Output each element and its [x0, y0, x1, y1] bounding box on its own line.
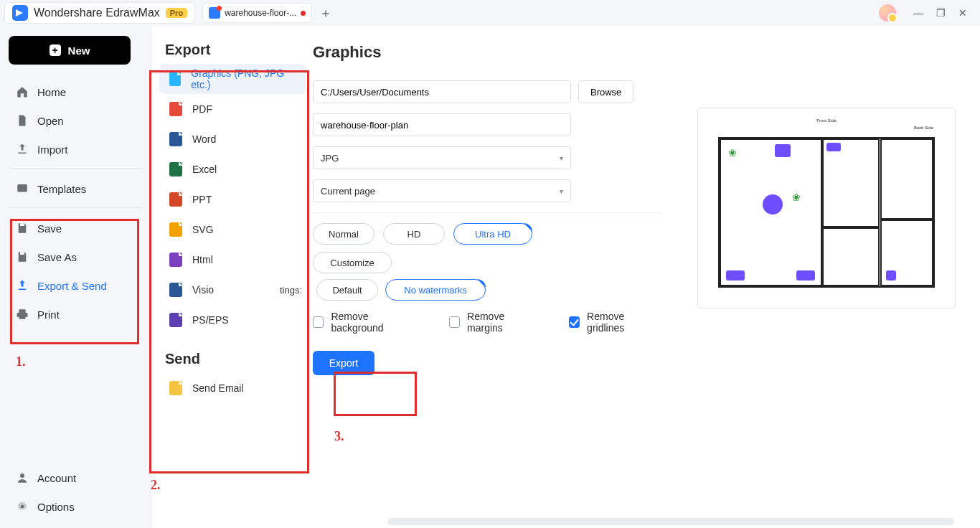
account-icon [16, 471, 29, 484]
watermark-default[interactable]: Default [316, 279, 378, 301]
import-icon [16, 143, 29, 156]
format-label: Excel [192, 164, 217, 175]
format-item-word[interactable]: Word [159, 124, 306, 154]
export-path-input[interactable] [313, 80, 571, 103]
gear-icon [16, 500, 29, 513]
callout-1: 1. [16, 354, 26, 369]
sidebar-item-export-send[interactable]: Export & Send [9, 271, 143, 300]
format-label: SVG [192, 224, 214, 235]
sidebar-item-save-as[interactable]: Save As [9, 242, 143, 271]
callout-3: 3. [334, 429, 344, 444]
svg-rect-13 [20, 223, 24, 226]
chevron-down-icon: ▾ [560, 187, 563, 195]
chevron-down-icon: ▾ [560, 154, 563, 162]
sidebar-item-import[interactable]: Import [9, 135, 143, 164]
sidebar-item-label: Import [37, 143, 68, 156]
file-type-icon [169, 162, 182, 176]
primary-sidebar: + New Home Open Import Templates Save Sa… [0, 26, 152, 528]
minimize-button[interactable]: — [913, 7, 923, 19]
file-icon [16, 114, 29, 127]
format-label: PS/EPS [192, 314, 229, 326]
preview-label: Back Side [914, 126, 933, 130]
export-button[interactable]: Export [313, 351, 374, 375]
remove-background-checkbox[interactable]: Remove background [313, 311, 420, 334]
file-type-icon [169, 132, 182, 146]
save-as-icon [16, 250, 29, 263]
filetype-select[interactable]: JPG ▾ [313, 146, 571, 169]
format-item-ppt[interactable]: PPT [159, 184, 306, 214]
send-item-email[interactable]: Send Email [159, 373, 306, 403]
customize-button[interactable]: Customize [313, 252, 392, 273]
sidebar-item-label: Print [37, 308, 60, 321]
scope-select[interactable]: Current page ▾ [313, 179, 571, 202]
quality-ultra-hd[interactable]: Ultra HD [453, 223, 532, 245]
watermark-none[interactable]: No watermarks [385, 279, 486, 301]
sidebar-item-print[interactable]: Print [9, 300, 143, 329]
file-type-icon [169, 102, 182, 116]
sidebar-item-label: Save [37, 222, 62, 235]
format-label: Word [192, 133, 216, 145]
close-button[interactable]: ✕ [958, 7, 967, 19]
sidebar-item-options[interactable]: Options [9, 492, 143, 521]
checkbox-row: Remove background Remove margins Remove … [313, 311, 661, 334]
export-format-panel: Export Graphics (PNG, JPG etc.)PDFWordEx… [152, 26, 313, 528]
divider [313, 212, 661, 213]
format-label: Graphics (PNG, JPG etc.) [191, 67, 296, 90]
new-tab-button[interactable]: ＋ [319, 4, 332, 22]
callout-2: 2. [151, 478, 161, 493]
preview-pane: ❀ ❀ Front Side Back Side [679, 26, 980, 528]
format-item-pseps[interactable]: PS/EPS [159, 305, 306, 335]
sidebar-item-open[interactable]: Open [9, 106, 143, 135]
send-label: Send Email [192, 382, 244, 394]
preview-label: Front Side [816, 118, 837, 123]
sidebar-item-templates[interactable]: Templates [9, 174, 143, 203]
checkbox-icon [449, 316, 460, 328]
floor-plan-graphic: ❀ ❀ [718, 137, 935, 288]
sidebar-item-label: Home [37, 86, 66, 98]
remove-margins-checkbox[interactable]: Remove margins [449, 311, 540, 334]
new-button-label: New [68, 44, 90, 57]
app-logo-icon [12, 5, 28, 21]
print-icon [16, 308, 29, 321]
format-item-svg[interactable]: SVG [159, 214, 306, 245]
export-icon [16, 279, 29, 292]
format-item-excel[interactable]: Excel [159, 154, 306, 184]
svg-rect-12 [17, 184, 27, 192]
quality-normal[interactable]: Normal [313, 223, 374, 245]
home-icon [16, 85, 29, 98]
new-button[interactable]: + New [9, 36, 131, 65]
app-brand-tab[interactable]: Wondershare EdrawMax Pro [4, 2, 195, 24]
plus-icon: + [50, 44, 61, 56]
format-label: Html [192, 254, 213, 265]
preview-thumbnail: ❀ ❀ Front Side Back Side [697, 108, 956, 308]
send-heading: Send [165, 351, 300, 367]
divider [10, 207, 142, 208]
sidebar-item-account[interactable]: Account [9, 463, 143, 492]
format-label: PPT [192, 194, 212, 205]
user-avatar-icon[interactable] [879, 4, 896, 22]
format-item-pdf[interactable]: PDF [159, 94, 306, 124]
maximize-button[interactable]: ❐ [936, 7, 946, 19]
horizontal-scrollbar[interactable] [387, 518, 954, 525]
document-tab[interactable]: warehouse-floor-... [202, 3, 312, 23]
format-item-graphics[interactable]: Graphics (PNG, JPG etc.) [159, 64, 306, 94]
quality-hd[interactable]: HD [383, 223, 445, 245]
title-bar: Wondershare EdrawMax Pro warehouse-floor… [0, 0, 980, 26]
filename-input[interactable] [313, 113, 571, 136]
file-type-icon [169, 283, 182, 297]
file-type-icon [169, 72, 181, 86]
sidebar-item-home[interactable]: Home [9, 77, 143, 106]
sidebar-item-label: Export & Send [37, 280, 107, 292]
sidebar-item-save[interactable]: Save [9, 214, 143, 242]
templates-icon [16, 182, 29, 195]
document-icon [209, 7, 220, 19]
divider [10, 168, 142, 169]
svg-point-15 [20, 473, 24, 478]
sidebar-item-label: Templates [37, 183, 86, 195]
sidebar-item-label: Open [37, 115, 64, 127]
browse-button[interactable]: Browse [578, 80, 633, 103]
format-item-html[interactable]: Html [159, 245, 306, 275]
export-heading: Export [165, 42, 300, 58]
remove-gridlines-checkbox[interactable]: Remove gridlines [569, 311, 661, 334]
app-name: Wondershare EdrawMax [34, 6, 160, 19]
